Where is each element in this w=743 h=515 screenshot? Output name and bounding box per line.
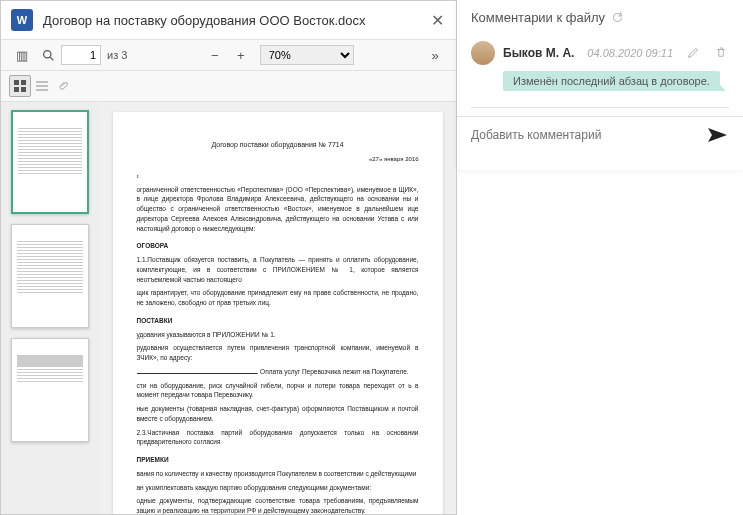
svg-rect-2 bbox=[14, 80, 19, 85]
add-comment-row bbox=[457, 116, 743, 153]
doc-paragraph: 2.3.Частичная поставка партий оборудован… bbox=[137, 428, 419, 448]
svg-rect-5 bbox=[21, 87, 26, 92]
doc-date: «27» января 2016 bbox=[137, 155, 419, 164]
sidebar-toggle-icon[interactable]: ▥ bbox=[11, 44, 33, 66]
document-page: Договор поставки оборудования № 7714 «27… bbox=[113, 112, 443, 514]
comment-time: 04.08.2020 09:11 bbox=[587, 47, 673, 59]
thumbnail-page-1[interactable] bbox=[11, 110, 89, 214]
zoom-in-button[interactable]: + bbox=[230, 44, 252, 66]
delete-icon[interactable] bbox=[715, 46, 729, 60]
refresh-icon[interactable] bbox=[611, 11, 625, 25]
send-icon[interactable] bbox=[707, 127, 729, 143]
comments-header: Комментарии к файлу bbox=[457, 0, 743, 33]
file-title: Договор на поставку оборудования ООО Вос… bbox=[43, 13, 428, 28]
thumbnails-sidebar bbox=[1, 102, 99, 514]
svg-line-1 bbox=[50, 57, 53, 60]
thumbnails-tab[interactable] bbox=[9, 75, 31, 97]
comments-title: Комментарии к файлу bbox=[471, 10, 605, 25]
svg-rect-3 bbox=[21, 80, 26, 85]
doc-paragraph: сти на оборудование, риск случайной гибе… bbox=[137, 381, 419, 401]
outline-tab[interactable] bbox=[31, 75, 53, 97]
doc-section: ПРИЕМКИ bbox=[137, 455, 419, 465]
edit-icon[interactable] bbox=[687, 46, 701, 60]
doc-paragraph: ан укомплектовать каждую партию оборудов… bbox=[137, 483, 419, 493]
doc-paragraph: удования указываются в ПРИЛОЖЕНИИ № 1. bbox=[137, 330, 419, 340]
thumbnail-page-3[interactable] bbox=[11, 338, 89, 442]
doc-paragraph: рудования осуществляется путем привлечен… bbox=[137, 343, 419, 363]
doc-city: г. bbox=[137, 172, 419, 181]
docx-icon: W bbox=[11, 9, 33, 31]
file-header: W Договор на поставку оборудования ООО В… bbox=[1, 1, 456, 40]
view-tabs bbox=[1, 71, 456, 102]
svg-rect-4 bbox=[14, 87, 19, 92]
doc-paragraph: ные документы (товарная накладная, счет-… bbox=[137, 404, 419, 424]
svg-point-0 bbox=[43, 50, 50, 57]
doc-paragraph: одные документы, подтверждающие соответс… bbox=[137, 496, 419, 514]
doc-title: Договор поставки оборудования № 7714 bbox=[137, 140, 419, 151]
page-number-input[interactable] bbox=[61, 45, 101, 65]
document-viewer-panel: W Договор на поставку оборудования ООО В… bbox=[0, 0, 457, 515]
viewer-toolbar: ▥ из 3 − + 70% » bbox=[1, 40, 456, 71]
search-icon[interactable] bbox=[37, 44, 59, 66]
attachments-tab[interactable] bbox=[53, 75, 75, 97]
zoom-out-button[interactable]: − bbox=[204, 44, 226, 66]
comment-text: Изменён последний абзац в договоре. bbox=[503, 71, 720, 91]
expand-button[interactable]: » bbox=[424, 44, 446, 66]
doc-paragraph: . Оплата услуг Перевозчика лежит на Поку… bbox=[137, 367, 419, 377]
comment-item: Быков М. А. 04.08.2020 09:11 Изменён пос… bbox=[457, 33, 743, 99]
comment-author: Быков М. А. bbox=[503, 46, 574, 60]
doc-paragraph: 1.1.Поставщик обязуется поставить, а Пок… bbox=[137, 255, 419, 284]
divider bbox=[471, 107, 729, 108]
comment-input[interactable] bbox=[471, 128, 707, 142]
doc-section: ПОСТАВКИ bbox=[137, 316, 419, 326]
avatar bbox=[471, 41, 495, 65]
thumbnail-page-2[interactable] bbox=[11, 224, 89, 328]
doc-paragraph: щик гарантирует, что оборудование принад… bbox=[137, 288, 419, 308]
zoom-select[interactable]: 70% bbox=[260, 45, 354, 65]
close-button[interactable]: ✕ bbox=[428, 11, 446, 29]
doc-paragraph: вания по количеству и качеству производи… bbox=[137, 469, 419, 479]
document-scroll-area[interactable]: Договор поставки оборудования № 7714 «27… bbox=[99, 102, 456, 514]
comments-panel: Я. о ор Комментарии к файлу Быков М. А. … bbox=[457, 0, 743, 515]
doc-section: ОГОВОРА bbox=[137, 241, 419, 251]
page-total: из 3 bbox=[107, 49, 127, 61]
doc-paragraph: ограниченной ответственностью «Перспекти… bbox=[137, 185, 419, 234]
